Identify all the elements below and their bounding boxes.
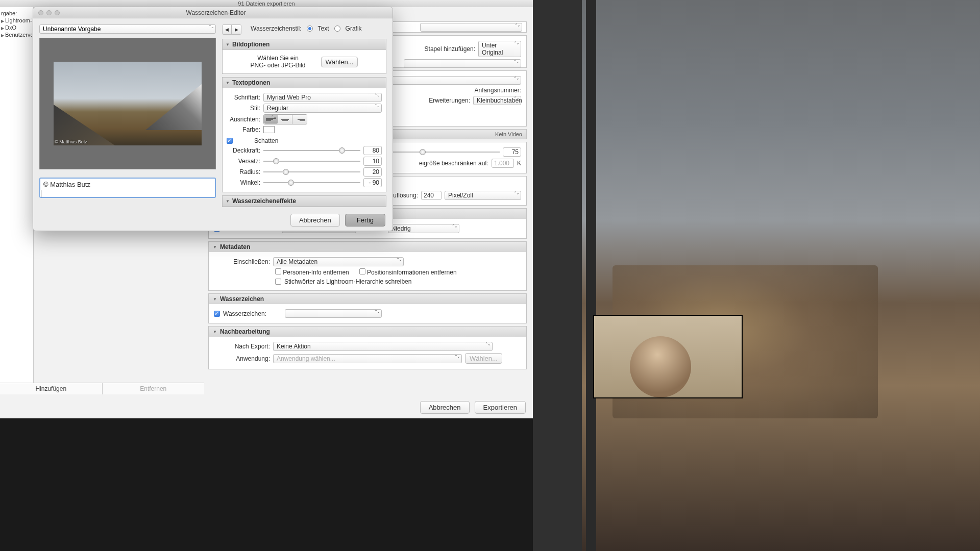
offset-slider[interactable] xyxy=(263,158,360,165)
align-center-button[interactable] xyxy=(278,115,292,124)
next-icon[interactable]: ▶ xyxy=(232,25,241,34)
watermark-style-label: Wasserzeichenstil: xyxy=(251,25,302,32)
opacity-slider[interactable] xyxy=(263,147,360,154)
zoom-icon[interactable] xyxy=(55,10,60,15)
post-app-select[interactable]: Anwendung wählen... xyxy=(273,354,462,363)
radius-value[interactable]: 20 xyxy=(363,167,382,177)
sidebar-item[interactable]: DxO xyxy=(1,24,32,31)
angle-value[interactable]: - 90 xyxy=(363,178,382,187)
watermark-label: Wasserzeichen: xyxy=(223,310,266,317)
metadata-include-select[interactable]: Alle Metadaten xyxy=(273,257,404,266)
webcam-pip xyxy=(593,315,743,398)
ext-label: Erweiterungen: xyxy=(414,97,470,104)
image-options-header[interactable]: Bildoptionen xyxy=(223,39,386,50)
fontstyle-label: Stil: xyxy=(227,105,260,112)
watermark-preview: © Matthias Butz xyxy=(39,38,216,169)
style-graphic-radio[interactable] xyxy=(334,26,340,32)
resolution-input[interactable]: 240 xyxy=(421,191,442,200)
sidebar-heading: rgabe: xyxy=(1,10,32,17)
image-hint2: PNG- oder JPG-Bild xyxy=(251,62,306,69)
post-after-label: Nach Export: xyxy=(214,343,270,350)
watermark-editor-title: Wasserzeichen-Editor xyxy=(60,9,393,16)
color-label: Farbe: xyxy=(227,126,260,133)
metadata-header[interactable]: Metadaten xyxy=(209,242,526,252)
minimize-icon[interactable] xyxy=(46,10,52,15)
preset-sidebar[interactable]: rgabe: Lightroom-V DxO Benutzervor xyxy=(0,7,34,385)
opacity-label: Deckkraft: xyxy=(227,147,260,154)
text-options-header[interactable]: Textoptionen xyxy=(223,78,386,88)
angle-slider[interactable] xyxy=(263,179,360,186)
watermark-text-input[interactable]: © Matthias Butz xyxy=(39,178,216,198)
background-panel xyxy=(533,0,582,551)
preview-watermark-text: © Matthias Butz xyxy=(55,139,87,144)
watermark-select[interactable] xyxy=(285,309,382,318)
radius-slider[interactable] xyxy=(263,168,360,176)
prev-icon[interactable]: ◀ xyxy=(223,25,232,34)
offset-value[interactable]: 10 xyxy=(363,157,382,166)
background-strip xyxy=(586,0,596,551)
post-app-label: Anwendung: xyxy=(214,355,270,362)
style-text-label: Text xyxy=(318,25,329,32)
offset-label: Versatz: xyxy=(227,158,260,165)
watermark-editor-titlebar[interactable]: Wasserzeichen-Editor xyxy=(33,7,393,18)
watermark-editor-dialog: Wasserzeichen-Editor Unbenannte Vorgabe … xyxy=(33,7,393,231)
resolution-label: Auflösung: xyxy=(389,192,418,199)
watermark-checkbox[interactable] xyxy=(214,311,220,317)
align-left-button[interactable] xyxy=(264,115,278,124)
align-right-button[interactable] xyxy=(292,115,307,124)
align-group xyxy=(263,114,307,124)
wm-done-button[interactable]: Fertig xyxy=(345,214,385,227)
remove-position-label: Positionsinformationen entfernen xyxy=(367,269,456,276)
preset-buttons: Hinzufügen Entfernen xyxy=(0,383,204,394)
remove-person-checkbox[interactable] xyxy=(275,268,281,274)
preview-nav[interactable]: ◀ ▶ xyxy=(222,24,241,35)
angle-label: Winkel: xyxy=(227,179,260,186)
watermark-effects-header[interactable]: Wasserzeicheneffekte xyxy=(223,196,386,207)
font-label: Schriftart: xyxy=(227,94,260,101)
choose-image-button[interactable]: Wählen... xyxy=(321,57,358,67)
filesize-unit: K xyxy=(517,160,521,167)
close-icon[interactable] xyxy=(38,10,43,15)
remove-preset-button: Entfernen xyxy=(103,383,205,394)
export-button[interactable]: Exportieren xyxy=(475,401,526,414)
sharpen-strength-select[interactable]: Niedrig xyxy=(388,224,459,233)
shadow-label: Schatten xyxy=(254,137,278,144)
opacity-value[interactable]: 80 xyxy=(363,146,382,155)
dialog-title: 91 Dateien exportieren xyxy=(0,0,533,7)
post-header[interactable]: Nachbearbeitung xyxy=(209,327,526,337)
filesize-input[interactable]: 1.000 xyxy=(492,159,514,168)
radius-label: Radius: xyxy=(227,168,260,176)
remove-position-checkbox[interactable] xyxy=(359,268,365,274)
quality-value[interactable]: 75 xyxy=(503,147,521,157)
text-caret xyxy=(41,190,41,197)
watermark-header[interactable]: Wasserzeichen xyxy=(209,294,526,304)
sidebar-item[interactable]: Benutzervor xyxy=(1,31,32,38)
post-after-select[interactable]: Keine Aktion xyxy=(273,342,493,351)
font-select[interactable]: Myriad Web Pro xyxy=(263,93,382,102)
stack-label: Stapel hinzufügen: xyxy=(419,45,475,53)
ext-select[interactable]: Kleinbuchstaben xyxy=(473,96,521,105)
post-app-choose-button[interactable]: Wählen... xyxy=(465,353,502,364)
shadow-checkbox[interactable] xyxy=(227,138,233,144)
wm-cancel-button[interactable]: Abbrechen xyxy=(290,214,340,227)
remove-person-label: Personen-Info entfernen xyxy=(283,269,349,276)
style-graphic-label: Grafik xyxy=(346,25,362,32)
startnum-label: Anfangsnummer: xyxy=(465,87,521,94)
metadata-include-label: Einschließen: xyxy=(214,258,270,265)
stack-select[interactable]: Unter Original xyxy=(478,41,521,57)
resolution-unit-select[interactable]: Pixel/Zoll xyxy=(445,191,521,200)
color-swatch[interactable] xyxy=(263,126,275,133)
keywords-hierarchy-checkbox[interactable] xyxy=(275,279,281,285)
filesize-label: eigröße beschränken auf: xyxy=(419,160,488,167)
align-label: Ausrichten: xyxy=(227,116,260,123)
sidebar-item[interactable]: Lightroom-V xyxy=(1,17,32,24)
watermark-preset-select[interactable]: Unbenannte Vorgabe xyxy=(39,24,216,34)
style-text-radio[interactable] xyxy=(307,26,313,32)
add-preset-button[interactable]: Hinzufügen xyxy=(0,383,103,394)
cancel-button[interactable]: Abbrechen xyxy=(420,401,470,414)
keywords-hierarchy-label: Stichwörter als Lightroom-Hierarchie sch… xyxy=(284,278,411,285)
image-hint: Wählen Sie ein xyxy=(251,55,306,62)
naming-select[interactable] xyxy=(404,59,521,68)
fontstyle-select[interactable]: Regular xyxy=(263,104,382,113)
preview-image: © Matthias Butz xyxy=(54,62,202,145)
